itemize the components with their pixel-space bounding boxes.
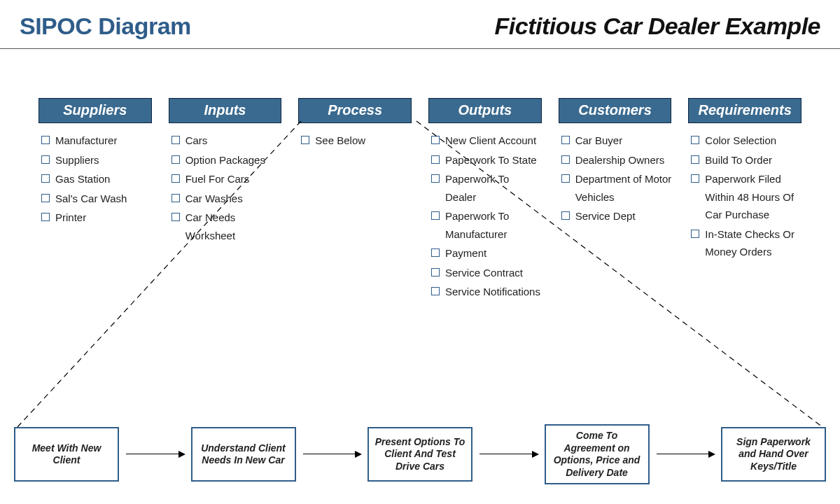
arrow-icon: [477, 454, 540, 455]
list-item: Service Dept: [559, 207, 672, 225]
list-item: Cars: [169, 132, 282, 150]
list-customers: Car Buyer Dealership Owners Department o…: [559, 132, 672, 225]
arrow-icon: [654, 454, 718, 455]
list-item: Car Washes: [169, 190, 282, 208]
list-item: Gas Station: [38, 170, 152, 188]
col-head-suppliers: Suppliers: [38, 98, 152, 123]
col-outputs: Outputs New Client Account Paperwork To …: [428, 98, 542, 302]
list-item: Sal's Car Wash: [38, 190, 152, 208]
process-step: Come To Agreement on Options, Price and …: [545, 424, 650, 484]
arrow-icon: [123, 454, 187, 455]
list-item: Suppliers: [38, 151, 152, 169]
list-item: Car Buyer: [559, 132, 672, 150]
col-suppliers: Suppliers Manufacturer Suppliers Gas Sta…: [38, 98, 152, 302]
list-item: Paperwork To Manufacturer: [428, 207, 542, 243]
col-head-customers: Customers: [559, 98, 672, 123]
col-head-inputs: Inputs: [169, 98, 282, 123]
diagram-title: SIPOC Diagram: [20, 13, 191, 40]
list-item: Printer: [38, 209, 152, 227]
list-item: Color Selection: [688, 132, 802, 150]
list-item: Payment: [428, 244, 542, 262]
list-item: Paperwork Filed Within 48 Hours Of Car P…: [688, 170, 802, 224]
col-customers: Customers Car Buyer Dealership Owners De…: [559, 98, 672, 302]
col-head-requirements: Requirements: [688, 98, 802, 123]
list-item: Paperwork To State: [428, 151, 542, 169]
process-step: Meet With New Client: [14, 427, 119, 482]
list-item: Service Contract: [428, 264, 542, 282]
list-outputs: New Client Account Paperwork To State Pa…: [428, 132, 542, 301]
list-requirements: Color Selection Build To Order Paperwork…: [688, 132, 802, 261]
list-item: See Below: [298, 132, 412, 150]
col-requirements: Requirements Color Selection Build To Or…: [688, 98, 802, 302]
list-item: Dealership Owners: [559, 151, 672, 169]
process-step: Present Options To Client And Test Drive…: [368, 427, 472, 482]
list-item: Fuel For Cars: [169, 170, 282, 188]
arrow-icon: [300, 454, 364, 455]
col-process: Process See Below: [298, 98, 412, 302]
list-item: Option Packages: [169, 151, 282, 169]
col-inputs: Inputs Cars Option Packages Fuel For Car…: [169, 98, 282, 302]
list-inputs: Cars Option Packages Fuel For Cars Car W…: [169, 132, 282, 244]
list-suppliers: Manufacturer Suppliers Gas Station Sal's…: [38, 132, 152, 227]
list-item: Car Needs Worksheet: [169, 209, 282, 244]
list-item: In-State Checks Or Money Orders: [688, 225, 802, 261]
list-item: New Client Account: [428, 132, 542, 150]
diagram-subtitle: Fictitious Car Dealer Example: [495, 13, 820, 40]
process-flow: Meet With New Client Understand Client N…: [0, 424, 840, 484]
list-item: Department of Motor Vehicles: [559, 170, 672, 206]
list-item: Manufacturer: [38, 132, 152, 150]
process-step: Understand Client Needs In New Car: [191, 427, 296, 482]
list-item: Paperwork To Dealer: [428, 170, 542, 206]
header: SIPOC Diagram Fictitious Car Dealer Exam…: [0, 0, 840, 49]
process-step: Sign Paperwork and Hand Over Keys/Title: [721, 427, 826, 482]
list-item: Service Notifications: [428, 283, 542, 301]
col-head-outputs: Outputs: [428, 98, 542, 123]
list-process: See Below: [298, 132, 412, 150]
col-head-process: Process: [298, 98, 412, 123]
list-item: Build To Order: [688, 151, 802, 169]
sipoc-columns: Suppliers Manufacturer Suppliers Gas Sta…: [0, 98, 840, 302]
